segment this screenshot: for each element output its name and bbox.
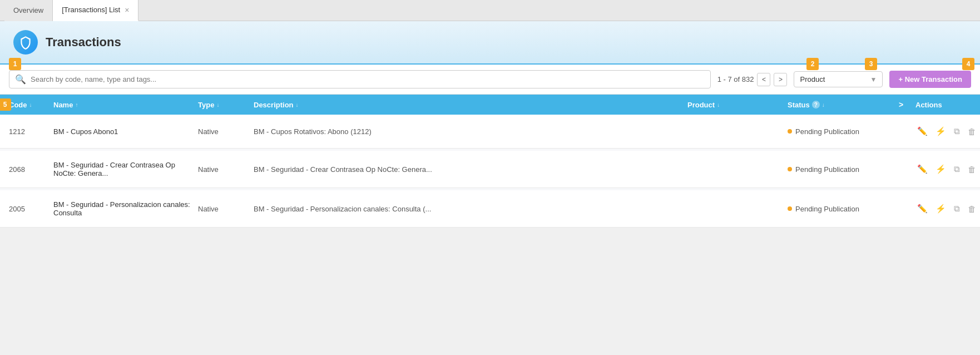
chevron-down-icon: ▼: [870, 76, 877, 83]
status-dot-0: [788, 129, 792, 134]
col-product-label: Product: [687, 101, 715, 109]
row-actions-2: ✏️ ⚡ ⧉ 🗑: [915, 202, 971, 215]
cell-code-1: 2068: [9, 165, 53, 174]
col-name-label: Name: [53, 101, 73, 109]
table-row: 1212 BM - Cupos Abono1 Native BM - Cupos…: [0, 115, 980, 149]
bolt-icon-2[interactable]: ⚡: [934, 202, 948, 215]
edit-icon-0[interactable]: ✏️: [915, 125, 929, 138]
status-badge-0: Pending Publication: [788, 127, 899, 136]
step-badge-5: 5: [0, 98, 11, 111]
cell-code-2: 2005: [9, 205, 53, 213]
cell-name-1: BM - Seguridad - Crear Contrasea Op NoCt…: [53, 161, 198, 178]
cell-code-0: 1212: [9, 127, 53, 136]
close-tab-icon[interactable]: ×: [125, 6, 129, 14]
status-help-icon[interactable]: ?: [812, 101, 820, 109]
col-header-actions: Actions: [915, 101, 971, 109]
cell-type-0: Native: [198, 127, 254, 136]
product-dropdown[interactable]: Product ▼: [794, 71, 883, 87]
cell-type-2: Native: [198, 205, 254, 213]
pagination-prev-button[interactable]: <: [757, 73, 770, 86]
step-badge-4: 4: [962, 58, 974, 70]
status-text-0: Pending Publication: [795, 127, 859, 136]
status-dot-1: [788, 167, 792, 171]
col-header-type[interactable]: Type ↓: [198, 101, 254, 109]
bolt-icon-0[interactable]: ⚡: [934, 125, 948, 138]
cell-description-1: BM - Seguridad - Crear Contrasea Op NoCt…: [254, 165, 687, 174]
col-header-description[interactable]: Description ↓: [254, 101, 687, 109]
row-actions-1: ✏️ ⚡ ⧉ 🗑: [915, 162, 971, 176]
edit-icon-1[interactable]: ✏️: [915, 162, 929, 176]
copy-icon-1[interactable]: ⧉: [952, 162, 962, 176]
col-header-name[interactable]: Name ↑: [53, 101, 198, 109]
bolt-icon-1[interactable]: ⚡: [934, 162, 948, 176]
delete-icon-2[interactable]: 🗑: [966, 203, 978, 215]
page-header: Transactions: [0, 21, 980, 65]
table-row: 2005 BM - Seguridad - Personalizacion ca…: [0, 190, 980, 228]
col-expand[interactable]: >: [899, 100, 915, 109]
tab-overview-label: Overview: [13, 6, 43, 14]
tab-transactions-list-label: [Transactions] List: [62, 6, 120, 14]
status-badge-1: Pending Publication: [788, 165, 899, 174]
logo-icon: [18, 35, 33, 50]
col-code-label: Code: [9, 101, 27, 109]
pagination-info: 1 - 7 of 832 < >: [717, 73, 788, 86]
table-row: 2068 BM - Seguridad - Crear Contrasea Op…: [0, 151, 980, 188]
search-input[interactable]: [31, 75, 705, 83]
table-header: 5 Code ↓ Name ↑ Type ↓ Description ↓ Pro…: [0, 95, 980, 115]
cell-description-2: BM - Seguridad - Personalizacion canales…: [254, 205, 687, 213]
sort-description-icon: ↓: [296, 102, 299, 108]
col-status-label: Status: [788, 101, 810, 109]
delete-icon-0[interactable]: 🗑: [966, 125, 978, 138]
sort-product-icon: ↓: [717, 102, 720, 108]
copy-icon-0[interactable]: ⧉: [952, 125, 962, 138]
pagination-text: 1 - 7 of 832: [717, 75, 754, 83]
cell-status-0: Pending Publication: [788, 127, 899, 136]
col-header-product[interactable]: Product ↓: [687, 101, 788, 109]
row-actions-0: ✏️ ⚡ ⧉ 🗑: [915, 125, 971, 138]
col-actions-label: Actions: [915, 101, 942, 109]
col-type-label: Type: [198, 101, 214, 109]
cell-status-2: Pending Publication: [788, 205, 899, 213]
search-container: 🔍: [9, 70, 711, 88]
status-text-1: Pending Publication: [795, 165, 859, 174]
edit-icon-2[interactable]: ✏️: [915, 202, 929, 215]
status-badge-2: Pending Publication: [788, 205, 899, 213]
cell-name-2: BM - Seguridad - Personalizacion canales…: [53, 200, 198, 217]
sort-code-icon: ↓: [29, 102, 32, 108]
expand-icon[interactable]: >: [899, 100, 903, 109]
sort-status-icon: ↓: [822, 102, 825, 108]
new-transaction-button[interactable]: + New Transaction: [889, 71, 971, 88]
page-title: Transactions: [46, 35, 121, 50]
cell-status-1: Pending Publication: [788, 165, 899, 174]
step-badge-2: 2: [806, 58, 819, 70]
copy-icon-2[interactable]: ⧉: [952, 202, 962, 215]
main-content: Transactions 1 2 3 4 🔍 1 - 7 of 832 < > …: [0, 21, 980, 228]
step-badge-3: 3: [865, 58, 877, 70]
search-icon: 🔍: [15, 74, 26, 85]
sort-type-icon: ↓: [216, 102, 219, 108]
toolbar: 1 2 3 4 🔍 1 - 7 of 832 < > Product ▼ + N…: [0, 65, 980, 95]
sort-name-icon: ↑: [75, 102, 78, 108]
delete-icon-1[interactable]: 🗑: [966, 163, 978, 176]
tab-overview[interactable]: Overview: [4, 0, 53, 21]
cell-type-1: Native: [198, 165, 254, 174]
status-dot-2: [788, 206, 792, 211]
col-description-label: Description: [254, 101, 294, 109]
step-badge-1: 1: [9, 58, 21, 70]
col-header-status[interactable]: Status ? ↓: [788, 101, 899, 109]
table-body: 1212 BM - Cupos Abono1 Native BM - Cupos…: [0, 115, 980, 228]
tab-transactions-list[interactable]: [Transactions] List ×: [53, 0, 138, 21]
cell-name-0: BM - Cupos Abono1: [53, 127, 198, 136]
product-dropdown-label: Product: [800, 75, 825, 83]
tabs-bar: Overview [Transactions] List ×: [0, 0, 980, 21]
pagination-next-button[interactable]: >: [774, 73, 787, 86]
status-text-2: Pending Publication: [795, 205, 859, 213]
new-transaction-label: + New Transaction: [898, 75, 962, 83]
app-logo: [13, 30, 38, 55]
cell-description-0: BM - Cupos Rotativos: Abono (1212): [254, 127, 687, 136]
col-header-code[interactable]: Code ↓: [9, 101, 53, 109]
